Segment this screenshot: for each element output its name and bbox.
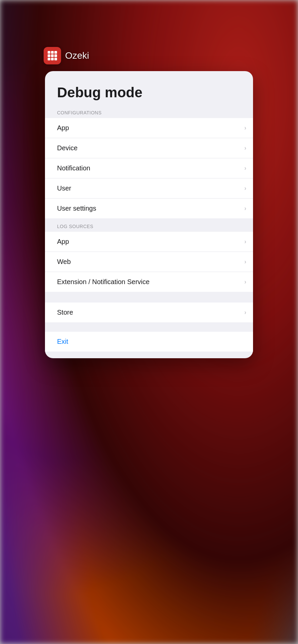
store-label: Store bbox=[57, 309, 73, 316]
notification-config-label: Notification bbox=[57, 164, 90, 172]
app-config-chevron: › bbox=[244, 124, 246, 131]
extension-log-label: Extension / Notification Service bbox=[57, 278, 150, 286]
notification-config-item[interactable]: Notification › bbox=[45, 158, 253, 178]
user-settings-config-item[interactable]: User settings › bbox=[45, 199, 253, 218]
app-config-label: App bbox=[57, 124, 69, 132]
svg-rect-4 bbox=[51, 54, 54, 57]
log-sources-label: LOG SOURCES bbox=[45, 224, 253, 232]
store-list: Store › bbox=[45, 303, 253, 322]
svg-rect-7 bbox=[51, 58, 54, 60]
configurations-list: App › Device › Notification › User › Use… bbox=[45, 118, 253, 218]
device-config-item[interactable]: Device › bbox=[45, 138, 253, 158]
store-item[interactable]: Store › bbox=[45, 303, 253, 322]
app-config-item[interactable]: App › bbox=[45, 118, 253, 138]
device-config-label: Device bbox=[57, 144, 78, 152]
web-log-chevron: › bbox=[244, 258, 246, 265]
app-icon bbox=[44, 47, 61, 64]
user-config-chevron: › bbox=[244, 185, 246, 192]
device-config-chevron: › bbox=[244, 145, 246, 152]
grid-icon bbox=[46, 50, 58, 62]
svg-rect-8 bbox=[54, 58, 57, 60]
svg-rect-0 bbox=[48, 51, 50, 54]
svg-rect-3 bbox=[48, 54, 50, 57]
user-config-item[interactable]: User › bbox=[45, 178, 253, 199]
app-log-chevron: › bbox=[244, 238, 246, 245]
modal-title: Debug mode bbox=[45, 71, 253, 110]
user-config-label: User bbox=[57, 184, 71, 192]
store-chevron: › bbox=[244, 309, 246, 316]
extension-log-chevron: › bbox=[244, 278, 246, 285]
app-header: Ozeki bbox=[44, 47, 89, 64]
exit-item[interactable]: Exit bbox=[45, 332, 253, 352]
app-name: Ozeki bbox=[65, 50, 89, 61]
spacer-2 bbox=[45, 325, 253, 330]
extension-log-item[interactable]: Extension / Notification Service › bbox=[45, 272, 253, 292]
spacer-1 bbox=[45, 297, 253, 303]
app-log-item[interactable]: App › bbox=[45, 232, 253, 252]
notification-config-chevron: › bbox=[244, 165, 246, 172]
log-sources-section: LOG SOURCES App › Web › Extension / Noti… bbox=[45, 224, 253, 292]
configurations-label: CONFIGURATIONS bbox=[45, 110, 253, 118]
log-sources-list: App › Web › Extension / Notification Ser… bbox=[45, 232, 253, 292]
exit-label: Exit bbox=[57, 338, 68, 345]
user-settings-config-chevron: › bbox=[244, 205, 246, 212]
user-settings-config-label: User settings bbox=[57, 205, 96, 212]
svg-rect-6 bbox=[48, 58, 50, 60]
svg-rect-2 bbox=[54, 51, 57, 54]
store-section: Store › bbox=[45, 303, 253, 322]
web-log-label: Web bbox=[57, 258, 71, 266]
modal-card: Debug mode CONFIGURATIONS App › Device ›… bbox=[45, 71, 253, 358]
app-log-label: App bbox=[57, 238, 69, 246]
configurations-section: CONFIGURATIONS App › Device › Notificati… bbox=[45, 110, 253, 218]
web-log-item[interactable]: Web › bbox=[45, 252, 253, 272]
exit-section: Exit bbox=[45, 332, 253, 352]
svg-rect-5 bbox=[54, 54, 57, 57]
svg-rect-1 bbox=[51, 51, 54, 54]
exit-list: Exit bbox=[45, 332, 253, 352]
